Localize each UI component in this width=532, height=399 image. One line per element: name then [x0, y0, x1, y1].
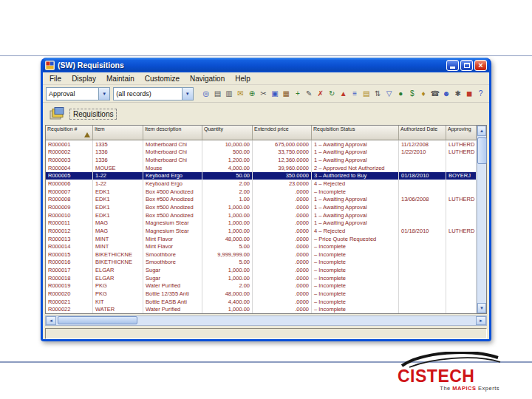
vertical-scroll-track[interactable]	[477, 136, 486, 303]
menu-item-file[interactable]: File	[44, 74, 66, 83]
view-combo[interactable]: Approval ▼	[46, 87, 110, 100]
mail-icon[interactable]: ✉	[235, 88, 245, 99]
table-row[interactable]: R000021KITBottle EASB Anti4,400.00.0000–…	[46, 298, 477, 306]
cell-price: .0000	[253, 211, 312, 219]
globe-icon[interactable]: ●	[395, 88, 406, 99]
column-header-id[interactable]: Requisition #	[46, 126, 93, 140]
table-row[interactable]: R000011MAGMagnesium Stear1,000.00.00001 …	[46, 219, 477, 227]
cell-approver	[446, 290, 477, 298]
copy-icon[interactable]: ▣	[270, 88, 280, 99]
menu-item-navigation[interactable]: Navigation	[185, 74, 230, 83]
print-icon[interactable]: ▤	[212, 88, 222, 99]
cut-icon[interactable]: ✂	[258, 88, 268, 99]
maximize-button[interactable]	[460, 60, 473, 71]
cell-approver: LUTHERD	[446, 227, 477, 235]
table-row[interactable]: R0000021336Motherboard Chi500.0033,750.0…	[46, 149, 477, 157]
cell-qty: 9,999,999.00	[202, 250, 253, 259]
title-bar[interactable]: (SW) Requisitions ×	[43, 58, 489, 72]
filter-icon[interactable]: ▽	[383, 88, 394, 99]
slide-background: (SW) Requisitions × FileDisplayMaintainC…	[0, 0, 532, 399]
attach-icon[interactable]: ⊕	[247, 88, 257, 99]
cell-item: KIT	[93, 298, 143, 306]
table-row[interactable]: R000007EDK1Box #500 Anodized2.00.0000– I…	[46, 188, 477, 196]
cell-date: 01/18/2010	[399, 227, 446, 235]
table-row[interactable]: R000010EDK1Box #500 Anodized1,000.00.000…	[46, 211, 477, 219]
requisitions-grid: Requisition #ItemItem descriptionQuantit…	[45, 125, 487, 314]
settings-icon[interactable]: ✱	[452, 88, 463, 99]
column-header-status[interactable]: Requisition Status	[312, 126, 399, 140]
cell-status: 1 – Awaiting Approval	[312, 156, 399, 164]
horizontal-scroll-thumb[interactable]	[58, 316, 137, 324]
close-button[interactable]: ×	[474, 60, 487, 71]
table-row[interactable]: R000004MOUSEMouse4,000.0039,960.00002 – …	[46, 164, 477, 172]
table-row[interactable]: R000017ELGARSugar1,000.00.0000– Incomple…	[46, 266, 477, 274]
print-preview-icon[interactable]: ▥	[224, 88, 234, 99]
user-icon[interactable]: ☻	[441, 88, 451, 99]
menu-item-display[interactable]: Display	[66, 74, 101, 83]
status-bar	[45, 328, 487, 339]
sort-icon[interactable]: ⇅	[372, 88, 383, 99]
vertical-scrollbar[interactable]: ▲ ▼	[477, 126, 486, 313]
table-row[interactable]: R000016BIKETHICKNESmoothbore5.00.0000– I…	[46, 259, 477, 267]
lock-icon[interactable]: ♦	[418, 88, 429, 99]
table-row[interactable]: R0000061-22Keyboard Ergo2.0023.00004 – R…	[46, 180, 477, 188]
horizontal-scroll-track[interactable]	[56, 316, 476, 325]
chart-icon[interactable]: ▲	[338, 88, 349, 99]
table-row[interactable]: R000015BIKETHICKNESmoothbore9,999,999.00…	[46, 250, 477, 259]
table-row[interactable]: R000020PKGBottle 12/355 Anti48,000.00.00…	[46, 290, 477, 298]
column-header-item[interactable]: Item	[93, 126, 143, 140]
column-header-desc[interactable]: Item description	[143, 126, 202, 140]
calculator-icon[interactable]: ≡	[349, 88, 360, 99]
table-row[interactable]: R000008EDK1Box #500 Anodized1.00.00001 –…	[46, 195, 477, 203]
phone-icon[interactable]: ☎	[429, 88, 440, 99]
records-combo[interactable]: (all records) ▼	[113, 87, 194, 100]
table-row[interactable]: R000022WATERWater Purified1,000.00.0000–…	[46, 305, 477, 313]
column-header-date[interactable]: Authorized Date	[399, 126, 446, 140]
table-row[interactable]: R0000031336Motherboard Chi1,200.0012,360…	[46, 156, 477, 164]
exit-icon[interactable]: ◼	[464, 88, 474, 99]
scroll-up-icon[interactable]: ▲	[477, 126, 486, 136]
cell-status: 4 – Rejected	[312, 227, 399, 235]
cell-desc: Sugar	[143, 266, 202, 274]
cell-date	[399, 180, 446, 188]
currency-icon[interactable]: $	[406, 88, 417, 99]
chevron-down-icon[interactable]: ▼	[182, 88, 193, 100]
table-row[interactable]: R000013MINTMint Flavor48,000.00.0000– Pr…	[46, 235, 477, 243]
paste-icon[interactable]: ▦	[281, 88, 291, 99]
cell-item: MINT	[93, 235, 143, 243]
chevron-down-icon[interactable]: ▼	[98, 88, 109, 100]
table-row[interactable]: R0000051-22Keyboard Ergo50.00350.00003 –…	[46, 172, 477, 180]
refresh-icon[interactable]: ↻	[327, 88, 337, 99]
delete-icon[interactable]: ✗	[316, 88, 326, 99]
cell-qty: 2.00	[202, 188, 253, 196]
menu-item-maintain[interactable]: Maintain	[101, 74, 140, 83]
edit-icon[interactable]: ✎	[304, 88, 314, 99]
scroll-right-icon[interactable]: ►	[476, 316, 486, 325]
new-record-icon[interactable]: +	[293, 88, 303, 99]
cell-id: R000005	[46, 172, 93, 180]
help-icon[interactable]: ?	[475, 88, 485, 99]
table-row[interactable]: R000014MINTMint Flavor5.00.0000– Incompl…	[46, 242, 477, 250]
menu-item-customize[interactable]: Customize	[140, 74, 185, 83]
minimize-button[interactable]	[446, 60, 459, 71]
find-icon[interactable]: ◎	[201, 88, 211, 99]
tab-requisitions[interactable]: Requisitions	[69, 109, 117, 120]
table-row[interactable]: R000019PKGWater Purified2.00.0000– Incom…	[46, 282, 477, 290]
table-row[interactable]: R000009EDK1Box #500 Anodized1,000.00.000…	[46, 203, 477, 211]
horizontal-scrollbar[interactable]: ◄ ►	[45, 316, 487, 326]
cell-approver	[446, 305, 477, 313]
column-header-qty[interactable]: Quantity	[202, 126, 253, 140]
scroll-down-icon[interactable]: ▼	[477, 303, 486, 313]
notes-icon[interactable]: ▤	[361, 88, 371, 99]
vertical-scroll-thumb[interactable]	[477, 137, 487, 164]
table-row[interactable]: R000012MAGMagnesium Stear1,000.00.00004 …	[46, 227, 477, 235]
menu-item-help[interactable]: Help	[230, 74, 256, 83]
table-row[interactable]: R0000011335Motherboard Chi10,000.00675,0…	[46, 140, 477, 149]
cell-status: – Price Quote Requested	[312, 235, 399, 243]
toolbar-icons: ◎▤▥✉⊕✂▣▦+✎✗↻▲≡▤⇅▽●$♦☎☻✱◼?	[201, 88, 486, 99]
app-icon	[45, 61, 55, 70]
column-header-price[interactable]: Extended price	[253, 126, 312, 140]
scroll-left-icon[interactable]: ◄	[46, 316, 56, 325]
column-header-approver[interactable]: Approving	[446, 126, 477, 140]
table-row[interactable]: R000018ELGARSugar1,000.00.0000– Incomple…	[46, 274, 477, 282]
